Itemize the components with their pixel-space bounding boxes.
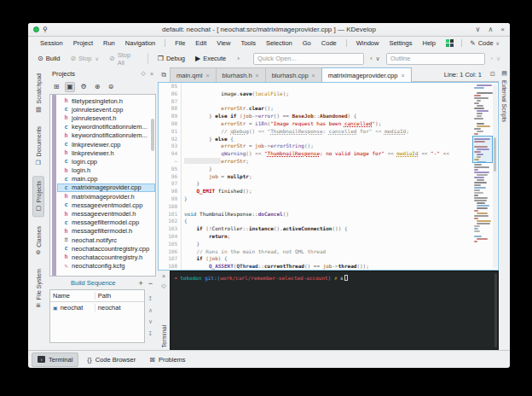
code-editor[interactable]: 85868788899091929394~9596979899100101102… <box>158 82 499 271</box>
menu-file[interactable]: File <box>170 38 190 49</box>
line-number-gutter: 85868788899091929394~9596979899100101102… <box>159 83 182 270</box>
tree-item[interactable]: hmatriximageprovider.h <box>57 192 155 201</box>
close-panel-icon[interactable]: × <box>150 71 153 77</box>
sidebar-tab-classes[interactable]: ⊚Classes <box>33 222 43 259</box>
editor-scrollbar[interactable] <box>493 84 497 268</box>
tree-item[interactable]: hlinkpreviewer.h <box>57 148 155 157</box>
remove-build-item-button[interactable]: − <box>148 279 153 288</box>
terminal-scrollbar[interactable] <box>494 273 497 347</box>
projects-panel-title: Projects <box>52 70 137 78</box>
menu-session[interactable]: Session <box>35 38 68 49</box>
tree-item[interactable]: hkeywordnotificationrulem... <box>57 131 155 140</box>
menu-tools[interactable]: Tools <box>235 38 261 49</box>
tree-item[interactable]: cmessagefiltermodel.cpp <box>57 218 155 227</box>
close-terminal-icon[interactable]: × <box>162 273 165 279</box>
document-tab[interactable]: matriximageprovider.cpp× <box>321 67 412 82</box>
toolbar-expand-icon[interactable]: › <box>232 55 245 62</box>
tree-item[interactable]: ckeywordnotificationrulem... <box>57 123 155 131</box>
menu-run[interactable]: Run <box>98 38 120 49</box>
close-tab-icon[interactable]: × <box>401 73 404 79</box>
tree-item[interactable]: clinkpreviewer.cpp <box>57 140 155 148</box>
code-line: errorStr = i18n("Image request has been … <box>184 120 498 128</box>
tree-item[interactable]: hfiletypesingleton.h <box>57 96 155 105</box>
sidebar-tab-projects[interactable]: ▢Projects <box>32 176 44 217</box>
tree-item[interactable]: hneochataccountregistry.h <box>57 253 155 261</box>
sidebar-tab-file-system[interactable]: ≣File System <box>33 265 43 312</box>
shade-button[interactable]: ∨ <box>476 26 481 33</box>
split-view-icon[interactable]: ⧉ <box>158 67 170 82</box>
open-project-icon[interactable]: ⊞ <box>51 82 61 92</box>
tree-item[interactable]: cmessageeventmodel.cpp <box>57 201 155 209</box>
close-tab-icon[interactable]: × <box>256 73 259 79</box>
debug-button[interactable]: ❒Debug <box>153 53 189 64</box>
document-tab[interactable]: main.qml× <box>170 67 217 82</box>
document-tab[interactable]: blurhash.h× <box>216 67 266 82</box>
tree-item[interactable]: ≡neochat.notifyrc <box>57 236 155 244</box>
sidebar-tab-scratchpad[interactable]: ▤Scratchpad <box>33 69 43 117</box>
menu-window[interactable]: Window <box>351 38 385 49</box>
menu-help[interactable]: Help <box>418 38 441 49</box>
move-down-icon[interactable]: ∨ <box>148 318 153 325</box>
code-line: job = nullptr; <box>184 173 498 181</box>
terminal[interactable]: ➜ tokodon git:(work/carl/remember-select… <box>170 271 499 350</box>
sidebar-tab-external-scripts[interactable]: External Scripts <box>501 80 507 122</box>
menu-go[interactable]: Go <box>298 38 316 49</box>
projects-toolbar: ⊞ ▣ ⚙ ⊕ ⊜ <box>49 79 156 94</box>
close-tab-icon[interactable]: × <box>205 73 209 79</box>
move-top-icon[interactable]: ↥ <box>148 295 153 302</box>
tree-item[interactable]: cmatriximageprovider.cpp <box>57 183 155 192</box>
show-targets-icon[interactable]: ▣ <box>65 82 75 92</box>
tree-item[interactable]: hjoinrulesevent.h <box>57 114 155 122</box>
maximize-button[interactable]: ∧ <box>488 26 493 33</box>
menu-edit[interactable]: Edit <box>190 38 211 49</box>
float-panel-icon[interactable]: ◇ <box>142 70 146 77</box>
filter-icon[interactable]: ⊜ <box>106 82 116 92</box>
add-build-item-button[interactable]: + <box>138 279 142 288</box>
close-tab-icon[interactable]: × <box>312 73 315 79</box>
statusbar-terminal[interactable]: ›Terminal <box>32 352 78 367</box>
perspective-button[interactable]: ✎ Code ∨ <box>466 38 503 48</box>
project-settings-icon[interactable]: ⚙ <box>78 82 89 92</box>
close-button[interactable]: × <box>500 26 505 33</box>
chevron-left-icon: ‹ <box>370 55 372 62</box>
menu-selection[interactable]: Selection <box>261 38 298 49</box>
area-switcher-icon[interactable] <box>446 39 454 47</box>
document-switcher-icon[interactable]: ⊡ <box>490 71 495 78</box>
titlebar[interactable]: ⚲ default: neochat - [ neochat:src/matri… <box>28 23 510 37</box>
tree-item[interactable]: hmessageeventmodel.h <box>57 209 155 218</box>
quick-open-input[interactable] <box>253 53 364 65</box>
tree-scrollbar[interactable] <box>151 119 154 151</box>
detach-terminal-icon[interactable]: ◇ <box>161 282 165 289</box>
menu-project[interactable]: Project <box>68 38 98 49</box>
outline-input[interactable] <box>386 53 485 65</box>
document-tab[interactable]: blurhash.cpp× <box>265 67 322 82</box>
cpp-file-icon: c <box>63 124 69 131</box>
tree-item[interactable]: cmain.cpp <box>57 175 155 183</box>
minimap[interactable] <box>474 84 491 253</box>
tree-item[interactable]: hlogin.h <box>57 166 155 175</box>
minimap-viewport[interactable] <box>472 136 493 163</box>
build-button[interactable]: ⊙Build <box>33 53 64 64</box>
build-sequence-row[interactable]: ▣neochatneochat <box>50 302 144 313</box>
menu-settings[interactable]: Settings <box>384 38 417 49</box>
outline-nav-buttons[interactable]: ‹∨ <box>366 55 384 62</box>
tree-item[interactable]: clogin.cpp <box>57 157 155 166</box>
tree-item[interactable]: cjoinrulesevent.cpp <box>57 105 155 114</box>
stop-all-icon: ⊘ <box>109 55 115 62</box>
move-bottom-icon[interactable]: ↧ <box>148 330 153 337</box>
tree-item[interactable]: ✎neochatconfig.kcfg <box>57 262 155 271</box>
menu-navigation[interactable]: Navigation <box>120 38 160 49</box>
menu-code[interactable]: Code <box>316 38 342 49</box>
execute-button[interactable]: ▶Execute <box>191 53 230 64</box>
move-up-icon[interactable]: ∧ <box>148 307 153 314</box>
tree-item[interactable]: hmessagefiltermodel.h <box>57 227 155 236</box>
tree-item[interactable]: cneochataccountregistry.cpp <box>57 244 155 253</box>
sidebar-tab-documents[interactable]: ❏Documents <box>33 122 43 170</box>
code-line: } <box>184 166 498 173</box>
project-tree: hfiletypesingleton.hcjoinrulesevent.cpph… <box>49 94 156 277</box>
locate-document-icon[interactable]: ⊕ <box>92 82 102 92</box>
menu-view[interactable]: View <box>211 38 235 49</box>
column-header-path: Path <box>95 292 144 300</box>
statusbar-code-browser[interactable]: {}Code Browser <box>82 353 141 366</box>
statusbar-problems[interactable]: ⊠Problems <box>144 353 190 366</box>
